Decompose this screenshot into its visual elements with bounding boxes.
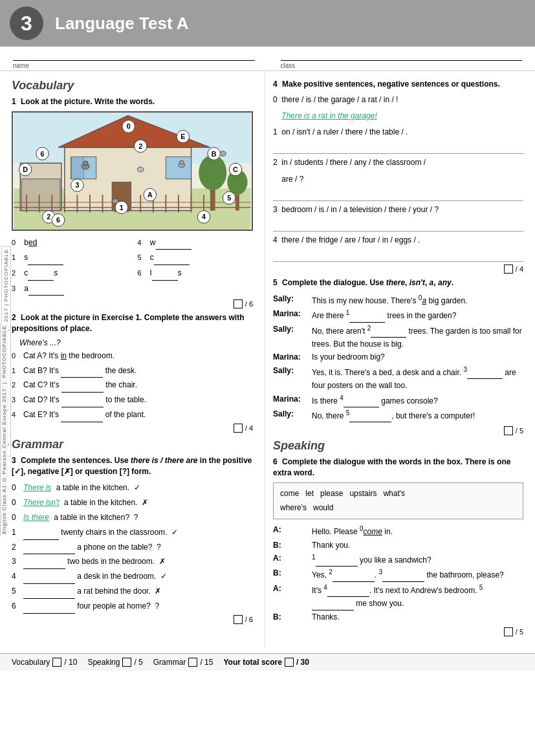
class-line bbox=[281, 50, 523, 61]
svg-rect-7 bbox=[72, 157, 84, 178]
total-score-box bbox=[285, 658, 294, 667]
vocab-score-box bbox=[52, 658, 61, 667]
grammar-item-6: 6 four people at home? ? bbox=[12, 599, 253, 614]
ex6-row-b2: B: Yes, 2. 3 the bathroom, please? bbox=[273, 567, 523, 581]
word-item-3: 3 a bbox=[12, 282, 127, 296]
ex6-row-a1: A: Hello. Please 0come in. bbox=[273, 523, 523, 538]
speaking-title: Speaking bbox=[273, 439, 523, 453]
ex2-score: / 4 bbox=[12, 424, 253, 433]
exercise-2: 2 Look at the picture in Exercise 1. Com… bbox=[12, 312, 253, 433]
grammar-item-0b: 0 There isn't a table in the kitchen. ✗ bbox=[12, 495, 253, 510]
vocab-score-item: Vocabulary / 10 bbox=[12, 658, 77, 667]
ex6-row-b3: B: Thanks. bbox=[273, 610, 523, 623]
exercise-4: 4 Make positive sentences, negative sent… bbox=[273, 79, 523, 274]
dialogue-row-sally-1: Sally: This is my new house. There's 0a … bbox=[273, 292, 523, 307]
word-item-2: 2 cs bbox=[12, 266, 127, 281]
class-field: class bbox=[281, 50, 523, 69]
word-box: come let please upstairs what's where's … bbox=[273, 482, 523, 519]
ex4-score: / 4 bbox=[273, 265, 523, 274]
name-field: name bbox=[13, 50, 255, 69]
ex2-item-0: 0 Cat A? It's in the bedroom. bbox=[12, 349, 253, 363]
ex4-item-0: 0 there / is / the garage / a rat / in /… bbox=[273, 94, 523, 122]
svg-text:C: C bbox=[233, 166, 238, 173]
svg-text:A: A bbox=[147, 191, 153, 199]
ex2-item-1: 1 Cat B? It's the desk. bbox=[12, 363, 253, 378]
grammar-score-item: Grammar / 15 bbox=[153, 658, 213, 667]
test-title: Language Test A bbox=[55, 14, 189, 34]
word-item-6: 6 ls bbox=[138, 266, 254, 281]
grammar-item-2: 2 a phone on the table? ? bbox=[12, 540, 253, 555]
ex4-score-text: / 4 bbox=[516, 265, 523, 273]
ex4-answer-line-2[interactable] bbox=[273, 189, 523, 201]
ex1-heading-text: Look at the picture. Write the words. bbox=[21, 97, 155, 106]
svg-text:6: 6 bbox=[56, 216, 60, 224]
ex3-score-text: / 6 bbox=[245, 616, 253, 623]
ex2-item-2: 2 Cat C? It's the chair. bbox=[12, 378, 253, 393]
svg-text:E: E bbox=[180, 133, 185, 140]
speaking-score-box bbox=[122, 658, 131, 667]
word-fill-grid: 0 bed 4 w 1 s 5 c bbox=[12, 236, 253, 296]
ex4-item-1: 1 on / isn't / a ruler / there / the tab… bbox=[273, 126, 523, 154]
ex6-dialogue: A: Hello. Please 0come in. B: Thank you.… bbox=[273, 523, 523, 623]
ex1-score-text: / 6 bbox=[245, 300, 253, 308]
ex3-score-box bbox=[234, 615, 243, 624]
total-score-item: Your total score / 30 bbox=[223, 658, 309, 667]
ex5-score-text: / 5 bbox=[516, 427, 523, 435]
ex4-answer-line-4[interactable] bbox=[273, 250, 523, 262]
svg-text:D: D bbox=[23, 166, 28, 173]
ex4-score-box bbox=[504, 265, 513, 274]
exercise-3: 3 Complete the sentences. Use there is /… bbox=[12, 455, 253, 624]
dialogue-row-sally-2: Sally: No, there aren't 2 trees. The gar… bbox=[273, 323, 523, 351]
ex5-heading: 5 Complete the dialogue. Use there, isn'… bbox=[273, 277, 523, 288]
ex6-row-a2: A: 1 you like a sandwich? bbox=[273, 552, 523, 567]
ex2-heading-text: Look at the picture in Exercise 1. Compl… bbox=[12, 313, 244, 333]
ex3-heading: 3 Complete the sentences. Use there is /… bbox=[12, 455, 253, 477]
dialogue-row-marina-3: Marina: Is there 4 games console? bbox=[273, 393, 523, 407]
ex5-score-box bbox=[504, 426, 513, 435]
svg-text:2: 2 bbox=[138, 142, 142, 150]
exercise-5: 5 Complete the dialogue. Use there, isn'… bbox=[273, 277, 523, 435]
grammar-title: Grammar bbox=[12, 438, 253, 451]
vocabulary-title: Vocabulary bbox=[12, 79, 253, 92]
left-column: Vocabulary 1 Look at the picture. Write … bbox=[0, 71, 265, 647]
house-illustration: 0 E B C 5 A 1 4 bbox=[13, 113, 252, 230]
ex2-heading: 2 Look at the picture in Exercise 1. Com… bbox=[12, 312, 253, 334]
ex2-score-text: / 4 bbox=[245, 424, 253, 432]
svg-text:0: 0 bbox=[127, 122, 131, 130]
dialogue-row-sally-3: Sally: Yes, it is. There's a bed, a desk… bbox=[273, 364, 523, 393]
grammar-item-3: 3 two beds in the bedroom. ✗ bbox=[12, 554, 253, 569]
speaking-score-item: Speaking / 5 bbox=[87, 658, 142, 667]
name-class-bar: name class bbox=[0, 47, 535, 71]
svg-text:4: 4 bbox=[202, 213, 206, 221]
exercise-1: 1 Look at the picture. Write the words. bbox=[12, 96, 253, 308]
dialogue-row-marina-2: Marina: Is your bedroom big? bbox=[273, 351, 523, 363]
ex5-dialogue: Sally: This is my new house. There's 0a … bbox=[273, 292, 523, 423]
right-column: 4 Make positive sentences, negative sent… bbox=[265, 71, 535, 647]
svg-point-35 bbox=[179, 160, 184, 164]
svg-text:1: 1 bbox=[120, 203, 124, 211]
ex4-answer-line-3[interactable] bbox=[273, 220, 523, 232]
grammar-item-1: 1 twenty chairs in the classroom. ✓ bbox=[12, 525, 253, 540]
ex1-score-box bbox=[234, 299, 243, 308]
speaking-section: Speaking 6 Complete the dialogue with th… bbox=[273, 439, 523, 636]
unit-number: 3 bbox=[10, 6, 43, 40]
ex4-answer-line-1[interactable] bbox=[273, 142, 523, 154]
ex1-num: 1 bbox=[12, 97, 16, 106]
ex4-heading: 4 Make positive sentences, negative sent… bbox=[273, 79, 523, 90]
ex6-row-a3: A: It's 4. It's next to Andrew's bedroom… bbox=[273, 582, 523, 610]
ex4-item-2: 2 in / students / there / any / the clas… bbox=[273, 157, 523, 200]
dialogue-row-sally-4: Sally: No, there 5, but there's a comput… bbox=[273, 407, 523, 422]
svg-point-12 bbox=[199, 155, 226, 190]
grammar-score-box bbox=[188, 658, 197, 667]
svg-rect-8 bbox=[166, 157, 191, 178]
side-photocopiable: English Class A1 © Pearson Central Europ… bbox=[0, 323, 8, 536]
ex6-score: / 5 bbox=[273, 627, 523, 636]
svg-point-36 bbox=[137, 167, 144, 172]
grammar-item-4: 4 a desk in the bedroom. ✓ bbox=[12, 569, 253, 584]
ex2-score-box bbox=[234, 424, 243, 433]
ex6-score-box bbox=[504, 627, 513, 636]
svg-text:B: B bbox=[212, 149, 217, 157]
main-content: Vocabulary 1 Look at the picture. Write … bbox=[0, 71, 535, 647]
bottom-score-bar: Vocabulary / 10 Speaking / 5 Grammar / 1… bbox=[0, 653, 535, 671]
grammar-item-0c: 0 Is there a table in the kitchen? ? bbox=[12, 510, 253, 525]
